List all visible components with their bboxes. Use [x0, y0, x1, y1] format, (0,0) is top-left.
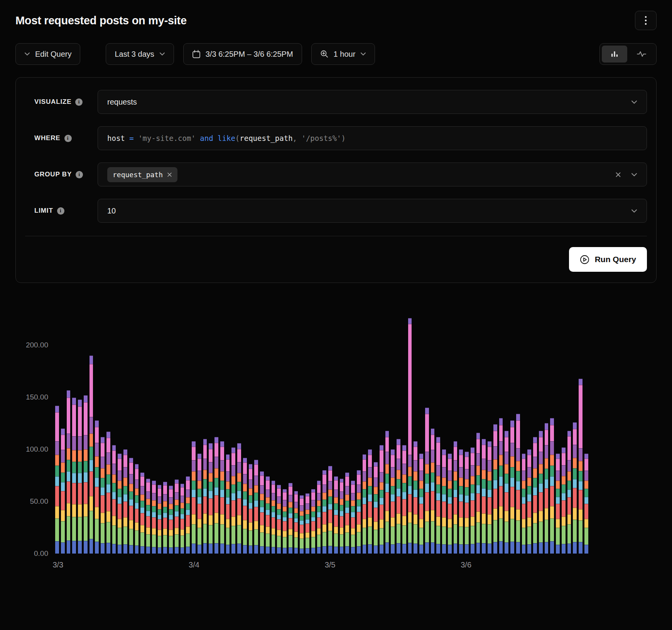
bar-segment: [345, 546, 349, 554]
clear-icon[interactable]: [615, 172, 621, 178]
bar-segment: [61, 510, 65, 521]
stacked-bar: [419, 454, 423, 554]
bar-segment: [357, 506, 361, 512]
range-preset-button[interactable]: Last 3 days: [106, 43, 174, 65]
bar-segment: [414, 471, 417, 480]
interval-button[interactable]: 1 hour: [311, 43, 375, 65]
bar-segment: [146, 499, 150, 505]
info-icon: i: [57, 207, 64, 215]
bar-segment: [328, 510, 332, 523]
bar-segment: [192, 514, 196, 524]
stacked-bar: [408, 318, 412, 554]
bar-segment: [169, 509, 173, 515]
bar-segment: [471, 500, 474, 516]
bar-segment: [226, 459, 230, 471]
bar-segment: [152, 481, 156, 484]
plot-area: [55, 305, 588, 554]
line-chart-toggle[interactable]: [629, 46, 654, 63]
bar-segment: [471, 484, 474, 493]
chip-remove-icon[interactable]: [167, 172, 172, 177]
bar-segment: [368, 486, 372, 495]
bar-segment: [226, 471, 230, 481]
group-by-chip[interactable]: request_path: [107, 167, 177, 182]
bar-segment: [482, 470, 486, 479]
bar-segment: [334, 503, 338, 510]
bar-segment: [573, 458, 577, 468]
stacked-bar: [231, 447, 235, 554]
bar-segment: [198, 504, 201, 519]
bar-segment: [408, 494, 412, 512]
bar-segment: [146, 547, 150, 554]
bar-segment: [220, 514, 224, 524]
stacked-bar: [442, 449, 446, 554]
group-by-select[interactable]: request_path: [98, 163, 647, 186]
bar-segment: [380, 482, 383, 490]
bar-segment: [101, 523, 105, 543]
date-range-button[interactable]: 3/3 6:25PM – 3/6 6:25PM: [183, 43, 302, 65]
bar-segment: [584, 545, 588, 554]
bar-segment: [311, 531, 315, 537]
bar-segment: [550, 506, 554, 518]
bar-segment: [397, 459, 400, 470]
stacked-bar: [300, 495, 304, 554]
bar-segment: [408, 523, 412, 543]
bar-segment: [471, 493, 474, 500]
bar-segment: [186, 503, 190, 510]
kebab-menu-button[interactable]: [635, 11, 657, 30]
bar-chart-toggle[interactable]: [602, 46, 627, 63]
bar-segment: [95, 542, 99, 554]
bar-segment: [277, 503, 281, 509]
bar-segment: [181, 508, 184, 514]
bar-segment: [363, 504, 366, 519]
bar-segment: [277, 488, 281, 496]
bar-segment: [254, 507, 258, 521]
bar-segment: [181, 529, 184, 535]
bar-segment: [545, 488, 549, 508]
bar-segment: [289, 513, 292, 518]
bar-segment: [533, 468, 537, 478]
bar-segment: [55, 441, 59, 455]
bar-segment: [283, 500, 287, 506]
bar-segment: [146, 511, 150, 516]
bar-segment: [419, 545, 423, 554]
stacked-bar: [95, 420, 99, 554]
bar-segment: [510, 420, 514, 427]
stacked-bar: [260, 471, 264, 554]
bar-segment: [368, 501, 372, 517]
bar-segment: [135, 479, 139, 488]
bar-segment: [522, 454, 526, 459]
bar-segment: [158, 503, 162, 509]
run-query-button[interactable]: Run Query: [569, 247, 647, 272]
stacked-bar: [499, 418, 503, 554]
bar-segment: [539, 522, 543, 542]
bar-segment: [135, 488, 139, 496]
bar-segment: [385, 511, 389, 522]
bar-segment: [328, 546, 332, 554]
bar-segment: [522, 471, 526, 481]
bar-segment: [363, 497, 366, 504]
bar-segment: [402, 474, 406, 483]
chevron-down-icon: [631, 173, 637, 177]
bar-segment: [545, 520, 549, 542]
bars: [55, 305, 588, 554]
bar-segment: [556, 454, 560, 459]
bar-segment: [101, 437, 105, 443]
limit-row: LIMIT i 10: [25, 199, 647, 223]
bar-segment: [260, 485, 264, 493]
bar-segment: [550, 441, 554, 455]
bar-segment: [146, 479, 150, 483]
visualize-select[interactable]: requests: [98, 90, 647, 114]
edit-query-button[interactable]: Edit Query: [15, 43, 80, 65]
bar-segment: [129, 545, 133, 554]
bar-segment: [527, 494, 531, 501]
bar-segment: [140, 486, 144, 494]
where-input[interactable]: host = 'my-site.com' and like(request_pa…: [98, 126, 647, 150]
limit-select[interactable]: 10: [98, 199, 647, 223]
bar-segment: [459, 478, 463, 486]
bar-segment: [169, 489, 173, 497]
bar-segment: [89, 417, 93, 434]
bar-segment: [368, 478, 372, 486]
bar-segment: [516, 448, 520, 461]
bar-segment: [322, 532, 326, 546]
bar-segment: [391, 449, 395, 454]
